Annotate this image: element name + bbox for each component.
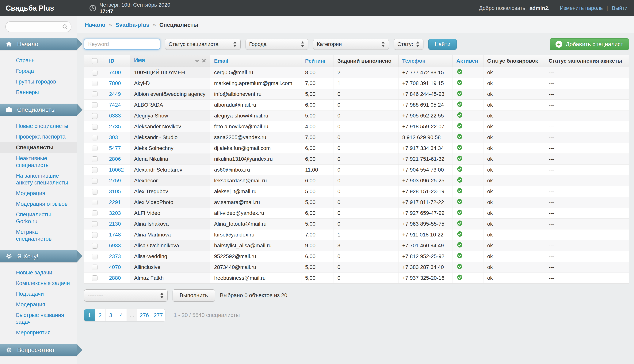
sidebar-item[interactable]: Группы — [0, 361, 77, 364]
row-checkbox[interactable] — [92, 232, 98, 238]
sidebar-item[interactable]: Модерация отзывов — [0, 198, 77, 209]
clear-sort-icon[interactable] — [201, 58, 206, 64]
page-button[interactable]: 4 — [116, 309, 127, 321]
sidebar-item[interactable]: Неактивные специалисты — [0, 153, 77, 170]
column-header[interactable]: Email — [210, 55, 301, 67]
row-checkbox[interactable] — [92, 210, 98, 216]
page-button-active[interactable]: 1 — [84, 309, 95, 321]
row-checkbox[interactable] — [92, 178, 98, 184]
id-link[interactable]: 2735 — [109, 124, 121, 130]
cell-id: 1748 — [105, 229, 130, 240]
cell-id: 6933 — [105, 240, 130, 251]
cell-email: cerg0.5@mail.ru — [210, 67, 301, 78]
keyword-input[interactable] — [84, 39, 160, 50]
id-link[interactable]: 6383 — [109, 113, 121, 118]
breadcrumb-app-link[interactable]: Svadba-plus — [115, 22, 149, 28]
cell-active — [453, 208, 483, 218]
select-all-checkbox[interactable] — [92, 58, 98, 64]
sidebar-item[interactable]: Страны — [0, 55, 77, 66]
row-checkbox[interactable] — [92, 81, 98, 86]
sidebar-item[interactable]: Модерация — [0, 299, 77, 310]
id-link[interactable]: 4070 — [109, 264, 121, 270]
cities-select[interactable]: Города — [246, 39, 308, 50]
id-link[interactable]: 2759 — [109, 178, 121, 184]
sidebar-item[interactable]: Комплексные задачи — [0, 278, 77, 288]
table-row: 10062Alexandr Sekretarevas60@inbox.ru11,… — [84, 164, 629, 175]
execute-button[interactable]: Выполнить — [172, 290, 215, 302]
id-link[interactable]: 5477 — [109, 145, 121, 151]
sidebar-section-header[interactable]: Я Хочу! — [0, 250, 77, 262]
row-checkbox[interactable] — [92, 275, 98, 281]
active-check-icon — [457, 112, 463, 118]
id-link[interactable]: 6933 — [109, 242, 121, 248]
row-checkbox[interactable] — [92, 102, 98, 108]
sidebar-section-header[interactable]: Специалисты — [0, 104, 77, 116]
page-button[interactable]: 2 — [95, 309, 105, 321]
sidebar-item[interactable]: Метрика специалистов — [0, 226, 77, 244]
column-header[interactable]: Телефон — [398, 55, 453, 67]
row-checkbox[interactable] — [92, 221, 98, 227]
sidebar-item-active[interactable]: Специалисты — [0, 142, 77, 153]
page-button[interactable]: 276 — [137, 309, 151, 321]
sidebar-item[interactable]: Баннеры — [0, 87, 77, 98]
row-checkbox[interactable] — [92, 200, 98, 205]
sort-down-icon[interactable] — [195, 58, 199, 64]
sidebar-item[interactable]: Новые задачи — [0, 267, 77, 278]
id-link[interactable]: 2806 — [109, 156, 121, 162]
bulk-action-select[interactable]: --------- — [84, 290, 168, 302]
add-specialist-button[interactable]: + Добавить специалист — [550, 38, 629, 50]
change-password-link[interactable]: Изменить пароль — [560, 5, 603, 11]
specialist-status-select[interactable]: Статус специалиста — [165, 39, 241, 50]
column-header[interactable]: Имя — [130, 55, 210, 67]
column-header[interactable]: Активен — [453, 55, 483, 67]
find-button[interactable]: Найти — [428, 39, 457, 50]
id-link[interactable]: 303 — [109, 134, 118, 140]
row-checkbox[interactable] — [92, 146, 98, 151]
logout-link[interactable]: Выйти — [612, 5, 627, 11]
row-checkbox[interactable] — [92, 92, 98, 97]
sidebar-item[interactable]: Быстрые названия задач — [0, 310, 77, 327]
sidebar-item[interactable]: Специалисты Gorko.ru — [0, 209, 77, 226]
id-link[interactable]: 7800 — [109, 80, 121, 86]
sidebar-item[interactable]: Города — [0, 66, 77, 76]
sidebar-item[interactable]: Модерация — [0, 188, 77, 198]
id-link[interactable]: 2373 — [109, 253, 121, 259]
id-link[interactable]: 2130 — [109, 221, 121, 227]
id-link[interactable]: 1748 — [109, 232, 121, 238]
row-checkbox[interactable] — [92, 167, 98, 173]
sidebar-section-header[interactable]: Вопрос-ответ — [0, 344, 77, 356]
sidebar-item[interactable]: Подзадачи — [0, 288, 77, 299]
id-link[interactable]: 10062 — [109, 167, 124, 173]
page-button[interactable]: 3 — [105, 309, 116, 321]
sidebar-item[interactable]: На заполнившие анкету специалисты — [0, 170, 77, 188]
id-link[interactable]: 3105 — [109, 188, 121, 194]
row-checkbox[interactable] — [92, 124, 98, 130]
id-link[interactable]: 7400 — [109, 70, 121, 75]
column-header[interactable]: Рейтинг — [301, 55, 334, 67]
sidebar-search-input[interactable] — [5, 21, 71, 32]
sidebar-item[interactable]: Мероприятия — [0, 327, 77, 338]
row-checkbox[interactable] — [92, 254, 98, 260]
sidebar-section-header[interactable]: Начало — [0, 38, 77, 50]
sidebar-item[interactable]: Группы городов — [0, 76, 77, 87]
column-header[interactable]: ID — [105, 55, 130, 67]
id-link[interactable]: 2291 — [109, 199, 121, 205]
id-link[interactable]: 3203 — [109, 210, 121, 216]
page-button[interactable]: 277 — [151, 309, 165, 321]
id-link[interactable]: 7424 — [109, 102, 121, 108]
topbar-separator: | — [605, 5, 609, 11]
id-link[interactable]: 2449 — [109, 91, 121, 97]
row-checkbox[interactable] — [92, 243, 98, 248]
row-checkbox[interactable] — [92, 113, 98, 119]
breadcrumb-home-link[interactable]: Начало — [85, 22, 105, 28]
sidebar-item[interactable]: Проверка паспорта — [0, 131, 77, 142]
row-checkbox[interactable] — [92, 156, 98, 162]
row-checkbox[interactable] — [92, 189, 98, 194]
sidebar-item[interactable]: Новые специалисты — [0, 121, 77, 131]
row-checkbox[interactable] — [92, 70, 98, 76]
row-checkbox[interactable] — [92, 135, 98, 140]
status-select[interactable]: Статус — [394, 39, 424, 50]
id-link[interactable]: 2880 — [109, 275, 121, 281]
categories-select[interactable]: Категории — [313, 39, 389, 50]
row-checkbox[interactable] — [92, 264, 98, 270]
